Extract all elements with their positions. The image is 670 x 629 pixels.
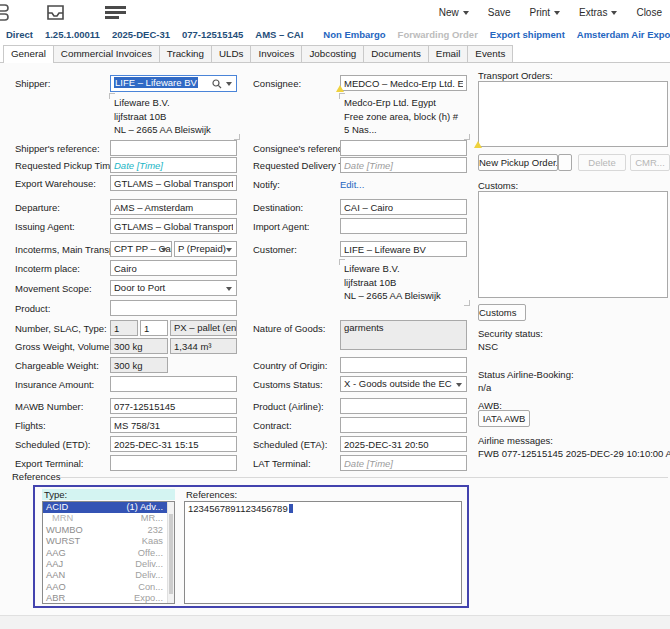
customs-list[interactable]: [478, 191, 668, 298]
contract-input[interactable]: [340, 417, 467, 433]
incoterm-place-input[interactable]: [110, 260, 237, 276]
scrollbar-thumb[interactable]: [169, 514, 173, 594]
tab-documents[interactable]: Documents: [363, 45, 429, 62]
destination-input[interactable]: [340, 199, 467, 215]
import-agent-input[interactable]: [340, 218, 467, 234]
list-item-wumbo[interactable]: WUMBO232: [43, 525, 174, 536]
export-terminal-label: Export Terminal:: [15, 458, 83, 469]
tab-events[interactable]: Events: [467, 45, 513, 62]
departure-input[interactable]: [110, 199, 237, 215]
status-embargo: Non Embargo: [323, 29, 385, 40]
nature-of-goods-label: Nature of Goods:: [253, 323, 325, 334]
customer-address: Lifeware B.V. lijfstraat 10B NL – 2665 A…: [344, 262, 465, 303]
list-item-aag[interactable]: AAGOffe...: [43, 548, 174, 559]
number-input[interactable]: [110, 320, 138, 336]
security-status-label: Security status:: [478, 328, 543, 339]
export-warehouse-input[interactable]: [110, 175, 237, 191]
iata-awb-button[interactable]: IATA AWB: [478, 410, 530, 427]
print-button[interactable]: Print: [530, 7, 561, 18]
chargeable-weight-label: Chargeable Weight:: [15, 360, 99, 371]
reference-type-list[interactable]: ACID(1) Adv... MRNMR... WUMBO232 WURSTKa…: [42, 501, 175, 604]
scheduled-etd-label: Scheduled (ETD):: [15, 439, 91, 450]
list-item-acid[interactable]: ACID(1) Adv...: [43, 502, 174, 513]
mawb-number-input[interactable]: [110, 398, 237, 414]
requested-delivery-time-input[interactable]: [340, 157, 467, 173]
movement-scope-label: Movement Scope:: [15, 283, 92, 294]
status-file-number: 1.25.1.00011: [45, 29, 100, 40]
payment-select[interactable]: P (Prepaid): [174, 241, 237, 257]
shipper-reference-input[interactable]: [110, 140, 237, 156]
insurance-amount-input[interactable]: [110, 376, 237, 392]
export-terminal-input[interactable]: [110, 455, 237, 471]
tab-ulds[interactable]: ULDs: [211, 45, 252, 62]
references-textarea[interactable]: 1234567891123456789: [184, 501, 462, 604]
consignee-reference-input[interactable]: [340, 140, 467, 156]
requested-pickup-time-input[interactable]: [110, 157, 237, 173]
package-type-select[interactable]: PX – pallet (en): [170, 320, 237, 336]
customer-input[interactable]: [340, 241, 467, 257]
customer-label: Customer:: [253, 244, 297, 255]
scheduled-etd-input[interactable]: [110, 436, 237, 452]
inbox-icon[interactable]: [46, 5, 65, 20]
nature-of-goods-field[interactable]: garments: [340, 320, 467, 350]
consignee-input[interactable]: [340, 75, 467, 91]
customs-status-select[interactable]: X - Goods outside the EC: [340, 376, 467, 392]
new-button[interactable]: New: [439, 7, 469, 18]
customs-button-label: Customs: [479, 307, 516, 318]
status-branch: Amsterdam Air Export: [577, 29, 670, 40]
menu-icon[interactable]: [105, 6, 126, 19]
list-item-aan[interactable]: AANDeliv...: [43, 570, 174, 581]
volume-input[interactable]: [170, 338, 237, 354]
search-icon[interactable]: [212, 79, 222, 89]
new-pickup-order-button[interactable]: New Pickup Order...: [478, 154, 558, 171]
extras-button[interactable]: Extras: [579, 7, 617, 18]
airline-messages-label: Airline messages:: [478, 435, 553, 446]
gross-weight-input[interactable]: [110, 338, 168, 354]
shipper-address: Lifeware B.V. lijfstraat 10B NL – 2665 A…: [114, 96, 235, 137]
incoterms-select[interactable]: CPT PP – Car...: [110, 241, 172, 257]
close-button[interactable]: Close: [636, 7, 662, 18]
payment-value: P (Prepaid): [178, 243, 226, 254]
insurance-amount-label: Insurance Amount:: [15, 379, 94, 390]
contract-label: Contract:: [253, 420, 292, 431]
chargeable-weight-input[interactable]: [110, 357, 168, 373]
list-item-abr[interactable]: ABRExpo...: [43, 593, 174, 604]
new-pickup-order-dropdown[interactable]: [558, 154, 572, 171]
slac-input[interactable]: [140, 320, 168, 336]
tab-invoices[interactable]: Invoices: [250, 45, 302, 62]
customs-dropdown-button[interactable]: Customs: [478, 304, 526, 321]
tab-tracking[interactable]: Tracking: [159, 45, 212, 62]
flights-input[interactable]: [110, 417, 237, 433]
text-cursor: [289, 504, 293, 513]
issuing-agent-input[interactable]: [110, 218, 237, 234]
product-label: Product:: [15, 303, 50, 314]
chevron-down-icon: [463, 11, 469, 15]
tab-jobcosting[interactable]: Jobcosting: [301, 45, 364, 62]
product-input[interactable]: [110, 300, 237, 316]
product-airline-input[interactable]: [340, 398, 467, 414]
shipper-combo[interactable]: LIFE – Lifeware BV: [110, 75, 237, 92]
destination-label: Destination:: [253, 202, 303, 213]
new-button-label: New: [439, 7, 459, 18]
movement-scope-select[interactable]: Door to Port: [110, 280, 237, 296]
lat-terminal-input[interactable]: [340, 455, 467, 471]
scheduled-eta-input[interactable]: [340, 436, 467, 452]
references-group-title: References: [12, 471, 61, 482]
list-item-aaj[interactable]: AAJDeliv...: [43, 559, 174, 570]
consignee-reference-label: Consignee's reference:: [253, 143, 350, 154]
warning-triangle-icon: [336, 85, 344, 92]
transport-orders-list[interactable]: [478, 81, 668, 147]
list-item-mrn[interactable]: MRNMR...: [43, 513, 174, 524]
country-of-origin-input[interactable]: [340, 357, 467, 373]
list-item-wurst[interactable]: WURSTKaas: [43, 536, 174, 547]
tab-email[interactable]: Email: [428, 45, 469, 62]
close-button-label: Close: [636, 7, 662, 18]
chevron-down-icon: [226, 248, 232, 252]
scrollbar[interactable]: [167, 502, 174, 603]
tab-commercial-invoices[interactable]: Commercial Invoices: [53, 45, 160, 62]
save-button[interactable]: Save: [488, 7, 511, 18]
status-forwarding-order: Forwarding Order: [398, 29, 478, 40]
tab-general[interactable]: General: [3, 45, 54, 63]
list-item-aao[interactable]: AAOCon...: [43, 582, 174, 593]
notify-edit-link[interactable]: Edit...: [340, 179, 364, 190]
